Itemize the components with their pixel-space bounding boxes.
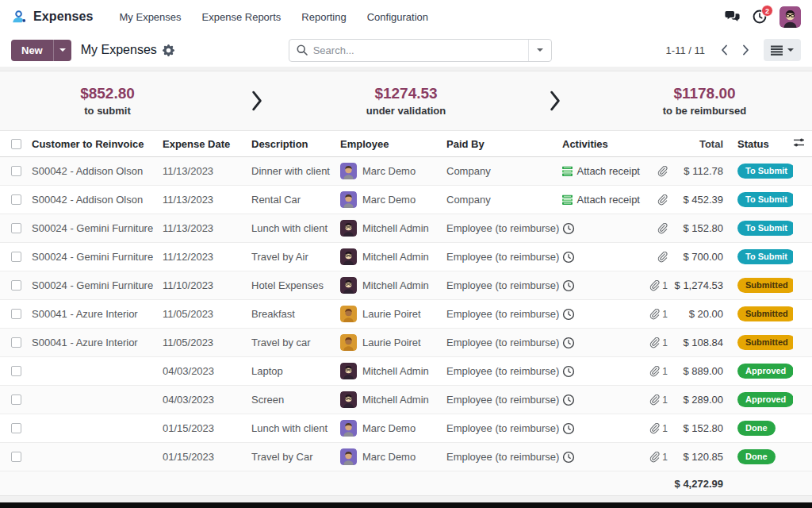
- row-checkbox[interactable]: [11, 452, 21, 462]
- paperclip-icon[interactable]: [649, 394, 660, 406]
- stat-to-submit[interactable]: $852.80 to submit: [22, 85, 193, 117]
- paperclip-icon[interactable]: [649, 423, 660, 434]
- search-input[interactable]: [313, 44, 528, 56]
- table-row[interactable]: S00041 - Azure Interior11/05/2023Travel …: [0, 329, 812, 357]
- activity-clock-icon[interactable]: [562, 222, 575, 235]
- total-cell: $ 112.78: [674, 165, 730, 177]
- status-cell: Submitted: [730, 306, 793, 322]
- activities-cell[interactable]: [562, 279, 646, 292]
- table-row[interactable]: S00024 - Gemini Furniture11/13/2023Lunch…: [0, 214, 812, 243]
- activities-cell[interactable]: [562, 251, 646, 264]
- paperclip-icon[interactable]: [649, 366, 660, 377]
- table-row[interactable]: S00024 - Gemini Furniture11/12/2023Trave…: [0, 243, 812, 271]
- status-cell: Submitted: [730, 278, 793, 294]
- row-checkbox[interactable]: [11, 366, 21, 376]
- activity-clock-icon[interactable]: [562, 337, 575, 349]
- table-row[interactable]: S00042 - Addison Olson11/13/2023Dinner w…: [0, 157, 812, 186]
- activities-cell[interactable]: [562, 222, 646, 235]
- activity-label[interactable]: Attach receipt: [577, 194, 641, 206]
- pager-next-button[interactable]: [737, 41, 754, 59]
- summary-bar: $852.80 to submit $1274.53 under validat…: [0, 71, 812, 131]
- table-row[interactable]: 01/15/2023Lunch with clientMarc DemoEmpl…: [0, 414, 812, 443]
- paperclip-icon[interactable]: [649, 452, 660, 463]
- paperclip-icon[interactable]: [657, 194, 668, 206]
- activity-clock-icon[interactable]: [562, 308, 575, 321]
- row-checkbox[interactable]: [11, 309, 21, 319]
- nav-item-reporting[interactable]: Reporting: [293, 6, 354, 28]
- row-checkbox[interactable]: [11, 423, 21, 433]
- table-row[interactable]: S00041 - Azure Interior11/05/2023Breakfa…: [0, 300, 812, 329]
- activities-button[interactable]: 2: [753, 10, 767, 24]
- expense-date-cell: 11/12/2023: [163, 251, 251, 263]
- column-header-employee[interactable]: Employee: [340, 138, 446, 150]
- app-title[interactable]: Expenses: [33, 10, 94, 24]
- nav-item-my-expenses[interactable]: My Expenses: [111, 6, 190, 28]
- activities-cell[interactable]: [562, 394, 646, 406]
- activity-clock-icon[interactable]: [562, 422, 575, 435]
- table-row[interactable]: 04/03/2023LaptopMitchell AdminEmployee (…: [0, 357, 812, 386]
- column-header-paid-by[interactable]: Paid By: [446, 138, 562, 150]
- column-header-activities[interactable]: Activities: [562, 138, 646, 150]
- paid-by-cell: Employee (to reimburse): [446, 279, 562, 291]
- row-checkbox[interactable]: [11, 223, 21, 233]
- activity-clock-icon[interactable]: [562, 251, 575, 264]
- status-badge: Submitted: [737, 335, 793, 351]
- activities-cell[interactable]: Attach receipt: [562, 194, 646, 206]
- activities-cell[interactable]: [562, 337, 646, 349]
- app-switcher[interactable]: Expenses: [11, 10, 94, 24]
- column-header-description[interactable]: Description: [251, 138, 340, 150]
- total-cell: $ 152.80: [674, 222, 730, 234]
- activity-clock-icon[interactable]: [562, 365, 575, 378]
- paperclip-icon[interactable]: [649, 309, 660, 320]
- activities-cell[interactable]: [562, 308, 646, 321]
- status-badge: To Submit: [737, 164, 793, 179]
- page-title: My Expenses: [81, 43, 157, 57]
- paperclip-icon[interactable]: [657, 166, 668, 177]
- row-checkbox[interactable]: [11, 337, 21, 348]
- row-checkbox[interactable]: [11, 394, 21, 405]
- paperclip-icon[interactable]: [649, 280, 660, 291]
- table-row[interactable]: 04/03/2023ScreenMitchell AdminEmployee (…: [0, 386, 812, 414]
- new-button[interactable]: New: [11, 40, 53, 61]
- column-header-date[interactable]: Expense Date: [163, 138, 251, 150]
- row-checkbox[interactable]: [11, 252, 21, 262]
- activity-clock-icon[interactable]: [562, 451, 575, 464]
- paperclip-icon[interactable]: [657, 223, 668, 234]
- activity-label[interactable]: Attach receipt: [577, 165, 641, 177]
- activities-cell[interactable]: [562, 422, 646, 435]
- stat-to-be-reimbursed[interactable]: $1178.00 to be reimbursed: [619, 85, 790, 117]
- expense-date-cell: 11/13/2023: [163, 165, 251, 177]
- nav-item-configuration[interactable]: Configuration: [358, 6, 437, 28]
- row-checkbox[interactable]: [11, 280, 21, 291]
- nav-item-expense-reports[interactable]: Expense Reports: [193, 6, 290, 28]
- search-dropdown-toggle[interactable]: [528, 40, 551, 61]
- new-dropdown-toggle[interactable]: [53, 40, 71, 61]
- paperclip-icon[interactable]: [649, 337, 660, 348]
- user-menu-button[interactable]: [779, 6, 801, 28]
- table-row[interactable]: S00042 - Addison Olson11/13/2023Rental C…: [0, 186, 812, 214]
- messages-button[interactable]: [725, 10, 740, 23]
- chevron-right-icon: [249, 90, 265, 111]
- optional-columns-toggle[interactable]: [793, 137, 812, 151]
- table-row[interactable]: S00024 - Gemini Furniture11/10/2023Hotel…: [0, 271, 812, 300]
- activities-cell[interactable]: Attach receipt: [562, 165, 646, 177]
- table-row[interactable]: 01/15/2023Travel by CarMarc DemoEmployee…: [0, 443, 812, 471]
- stat-under-validation[interactable]: $1274.53 under validation: [321, 85, 492, 117]
- adjust-columns-icon: [793, 137, 805, 148]
- row-checkbox[interactable]: [11, 166, 21, 176]
- paperclip-icon[interactable]: [657, 252, 668, 263]
- status-badge: Submitted: [737, 278, 793, 294]
- view-switcher-button[interactable]: [764, 39, 801, 61]
- activities-cell[interactable]: [562, 365, 646, 378]
- activities-cell[interactable]: [562, 451, 646, 464]
- column-header-total[interactable]: Total: [674, 138, 730, 150]
- favorites-gear-icon[interactable]: [163, 44, 174, 56]
- column-header-status[interactable]: Status: [730, 138, 793, 150]
- activity-clock-icon[interactable]: [562, 279, 575, 292]
- row-checkbox[interactable]: [11, 194, 21, 205]
- activity-clock-icon[interactable]: [562, 394, 575, 406]
- column-header-customer[interactable]: Customer to Reinvoice: [32, 138, 163, 150]
- select-all-checkbox[interactable]: [11, 139, 21, 149]
- pager-prev-button[interactable]: [716, 41, 733, 59]
- search-box[interactable]: [289, 39, 552, 62]
